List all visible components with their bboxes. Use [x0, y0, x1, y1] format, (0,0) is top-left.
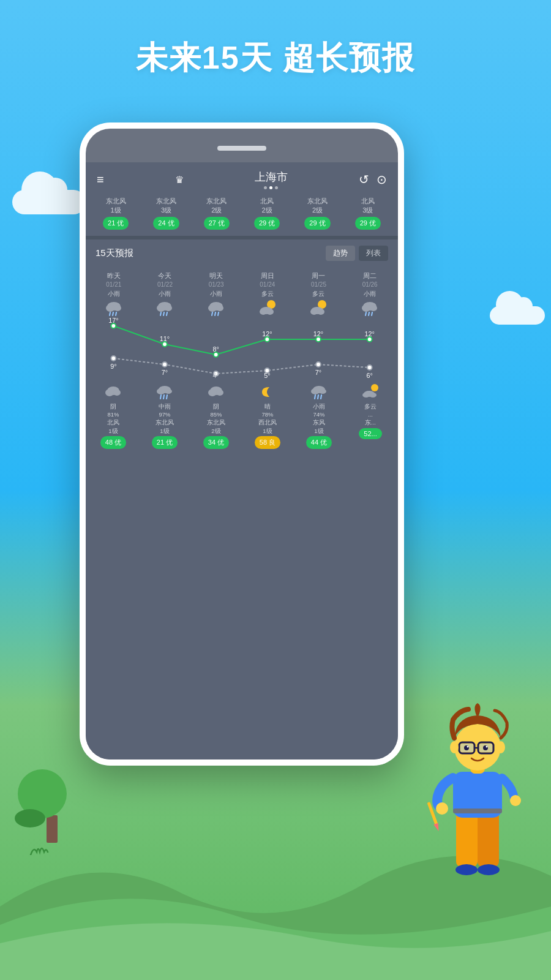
bottom-label-5: 多云 ... 东...: [364, 402, 377, 427]
day-label-2: 明天 01/23: [209, 272, 224, 288]
app-header: ≡ ♛ 上海市 ↺ ⊙: [86, 162, 398, 193]
weather-icon-4: [307, 300, 329, 317]
svg-line-73: [321, 395, 321, 399]
svg-line-71: [315, 395, 315, 399]
svg-line-3: [110, 312, 110, 315]
bottom-col-5: 多云 ... 东... 52...: [345, 383, 395, 449]
svg-line-11: [167, 312, 167, 315]
weather-text-0: 小雨: [108, 290, 120, 298]
aqi-col-5: 北风 3级 29 优: [355, 197, 381, 230]
app-content: ≡ ♛ 上海市 ↺ ⊙: [86, 162, 398, 760]
svg-point-60: [157, 388, 165, 394]
weather-icon-5: [359, 300, 381, 317]
aqi-badge-0: 21 优: [103, 217, 129, 230]
tab-list[interactable]: 列表: [359, 246, 388, 261]
phone-frame: ≡ ♛ 上海市 ↺ ⊙: [80, 123, 404, 766]
aqi-col-0: 东北风 1级 21 优: [103, 197, 129, 230]
svg-point-21: [266, 309, 274, 315]
svg-text:12°: 12°: [262, 330, 272, 337]
svg-line-63: [163, 395, 164, 399]
day-label-4: 周一 01/25: [311, 272, 326, 288]
day-col-3: 周日 01/24 多云: [242, 272, 293, 317]
aqi-row: 东北风 1级 21 优 东北风 3级 24 优 东北风 2级 27 优 北风 2…: [86, 193, 398, 236]
forecast-tabs: 趋势 列表: [326, 246, 388, 261]
bottom-label-1: 中雨 97% 东北风 1级: [156, 402, 174, 435]
aqi-col-3: 北风 2级 29 优: [254, 197, 280, 230]
svg-point-81: [478, 864, 500, 875]
svg-point-20: [260, 309, 267, 315]
svg-point-57: [105, 389, 114, 396]
aqi-badge-1: 24 优: [153, 217, 179, 230]
svg-point-35: [264, 337, 269, 342]
svg-point-44: [111, 356, 116, 361]
crown-icon[interactable]: ♛: [175, 174, 184, 186]
city-name: 上海市: [255, 170, 288, 184]
svg-point-77: [369, 393, 377, 398]
svg-text:8°: 8°: [212, 345, 219, 353]
svg-point-69: [311, 388, 320, 394]
svg-point-33: [162, 342, 167, 347]
bottom-aqi-4: 44 优: [306, 436, 332, 449]
svg-text:4°: 4°: [212, 372, 219, 378]
refresh-icon[interactable]: ↺: [359, 172, 369, 187]
wind-0: 东北风 1级: [106, 197, 126, 215]
bottom-icon-2: [207, 383, 225, 401]
tree-top: [18, 769, 67, 818]
svg-line-29: [365, 312, 366, 315]
svg-text:17°: 17°: [108, 317, 118, 324]
svg-line-15: [212, 312, 212, 315]
svg-point-2: [114, 305, 121, 311]
tree: [37, 769, 67, 858]
svg-point-45: [162, 362, 167, 367]
bottom-col-4: 小雨 74% 东风 1级 44 优: [294, 383, 344, 449]
cloud-right: [490, 306, 545, 325]
forecast-title: 15天预报: [96, 247, 133, 259]
svg-point-76: [362, 393, 370, 398]
aqi-badge-5: 29 优: [355, 217, 381, 230]
svg-point-1: [106, 304, 114, 312]
day-col-5: 周二 01/26 小雨: [344, 272, 395, 317]
weather-text-2: 小雨: [210, 290, 222, 298]
tab-trend[interactable]: 趋势: [326, 246, 355, 261]
weather-text-3: 多云: [261, 290, 274, 298]
aqi-col-1: 东北风 3级 24 优: [153, 197, 179, 230]
day-col-4: 周一 01/25 多云: [293, 272, 345, 317]
svg-text:12°: 12°: [313, 330, 323, 337]
svg-line-30: [369, 312, 369, 315]
svg-line-64: [167, 395, 167, 399]
bottom-col-2: 阴 85% 东北风 2级 34 优: [191, 383, 241, 449]
location-icon[interactable]: ⊙: [377, 172, 387, 187]
day-col-0: 昨天 01/21 小雨: [88, 272, 140, 317]
wind-1: 东北风 3级: [156, 197, 176, 215]
day-col-1: 今天 01/22 小雨: [140, 272, 191, 317]
bottom-col-3: 晴 78% 西北风 1级 58 良: [242, 383, 293, 449]
page-dots: [264, 186, 278, 189]
svg-text:6°: 6°: [366, 372, 372, 378]
wind-4: 东北风 2级: [307, 197, 328, 215]
weather-icon-3: [257, 300, 279, 317]
svg-line-62: [160, 395, 161, 399]
svg-line-16: [215, 312, 216, 315]
svg-point-7: [157, 304, 165, 312]
menu-icon[interactable]: ≡: [97, 173, 104, 187]
svg-line-72: [318, 395, 318, 399]
weather-text-5: 小雨: [364, 290, 376, 298]
svg-point-34: [214, 352, 219, 357]
dot-1: [264, 186, 267, 189]
svg-point-100: [497, 741, 505, 753]
svg-line-9: [160, 312, 161, 315]
svg-point-49: [367, 365, 372, 370]
svg-text:9°: 9°: [110, 363, 116, 370]
bottom-aqi-1: 21 优: [152, 436, 178, 449]
phone-speaker: [217, 146, 266, 151]
weather-icon-2: [205, 300, 227, 317]
svg-text:12°: 12°: [364, 330, 374, 337]
svg-point-94: [486, 746, 488, 748]
wind-2: 东北风 2级: [206, 197, 227, 215]
svg-marker-97: [433, 823, 441, 832]
day-label-0: 昨天 01/21: [106, 272, 121, 288]
day-col-2: 明天 01/23 小雨: [190, 272, 242, 317]
svg-point-80: [455, 864, 478, 875]
svg-point-28: [370, 305, 377, 311]
aqi-col-4: 东北风 2级 29 优: [304, 197, 330, 230]
